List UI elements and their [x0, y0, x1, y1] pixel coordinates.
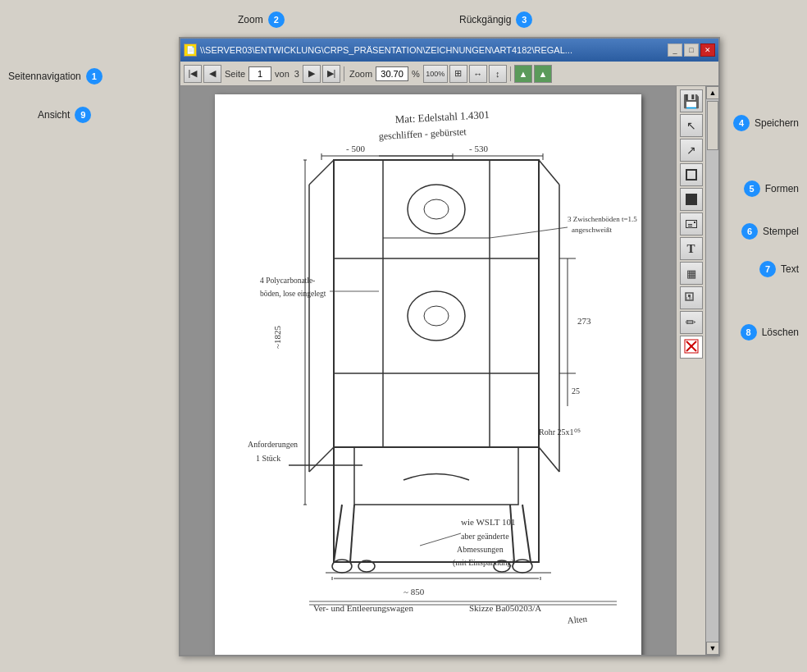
window-controls: _ □ ✕: [668, 43, 715, 57]
maximize-button[interactable]: □: [684, 43, 699, 57]
pen-icon: ✏: [686, 315, 696, 330]
svg-text:1 Stück: 1 Stück: [256, 454, 280, 463]
svg-text:aber geänderte: aber geänderte: [461, 532, 509, 541]
scrollbar-up-button[interactable]: ▲: [706, 86, 718, 99]
filled-rectangle-button[interactable]: [680, 188, 703, 211]
speichern-badge: 4: [733, 115, 750, 131]
scrollbar-thumb[interactable]: [707, 101, 718, 150]
app-window: 📄 \\SERVER03\ENTWICKLUNG\CRPS_PRÄSENTATI…: [179, 37, 720, 656]
page-input[interactable]: [248, 66, 271, 81]
delete-button[interactable]: [680, 336, 703, 359]
close-button[interactable]: ✕: [700, 43, 715, 57]
speichern-callout: 4 Speichern: [733, 115, 799, 131]
table-button[interactable]: ▦: [680, 262, 703, 285]
stempel-label: Stempel: [763, 226, 799, 237]
loeschen-badge: 8: [741, 324, 757, 341]
minimize-button[interactable]: _: [668, 43, 682, 57]
right-toolbar: 💾 ↖ ↗ 🖃 T: [676, 86, 705, 655]
next-page-thumb[interactable]: ▲: [534, 65, 552, 83]
ansicht-label: Ansicht: [38, 109, 70, 121]
seitennavigation-badge: 1: [86, 68, 103, 85]
svg-line-24: [350, 505, 354, 562]
page-label: Seite: [223, 69, 247, 79]
svg-line-32: [309, 160, 334, 185]
scrollbar-down-button[interactable]: ▼: [706, 642, 718, 655]
svg-text:angeschweißt: angeschweißt: [572, 226, 612, 234]
delete-icon: [683, 338, 700, 357]
save-button[interactable]: 💾: [680, 89, 703, 112]
rectangle-button[interactable]: [680, 163, 703, 186]
content-area: Mat: Edelstahl 1.4301 geschliffen - gebü…: [180, 86, 718, 655]
zoom-width-button[interactable]: ↔: [469, 65, 487, 83]
vertical-scrollbar[interactable]: ▲ ▼: [705, 86, 718, 655]
toolbar-separator-1: [344, 66, 344, 81]
svg-text:25: 25: [572, 386, 580, 395]
svg-text:~ 850: ~ 850: [404, 587, 425, 597]
text-label: Text: [781, 263, 799, 275]
svg-text:273: 273: [577, 316, 591, 326]
svg-text:3 Zwischenböden t=1.5: 3 Zwischenböden t=1.5: [568, 215, 637, 223]
svg-text:- 530: - 530: [469, 144, 488, 153]
svg-text:- 500: - 500: [346, 144, 365, 153]
svg-text:~1825: ~1825: [272, 326, 282, 349]
svg-point-17: [408, 185, 465, 234]
svg-line-38: [309, 447, 334, 472]
rueckgaengig-callout-badge: 3: [516, 11, 532, 28]
svg-line-23: [334, 505, 342, 562]
document-view[interactable]: Mat: Edelstahl 1.4301 geschliffen - gebü…: [180, 86, 676, 655]
toolbar-separator-2: [510, 66, 511, 81]
total-pages: 3: [293, 69, 301, 79]
speichern-label: Speichern: [755, 117, 799, 129]
svg-point-20: [424, 306, 449, 326]
zoom-input[interactable]: [376, 66, 408, 81]
seitennavigation-callout: Seitennavigation 1: [8, 68, 103, 85]
ansicht-callout: Ansicht 9: [38, 107, 91, 123]
svg-text:Abmessungen: Abmessungen: [457, 545, 504, 554]
svg-line-33: [539, 160, 559, 185]
loeschen-label: Löschen: [762, 327, 799, 338]
svg-text:wie WSLT 101: wie WSLT 101: [461, 517, 515, 527]
svg-text:(mit Einspannung): (mit Einspannung): [453, 558, 514, 568]
tag-button[interactable]: LB: [680, 286, 703, 309]
svg-line-62: [490, 227, 568, 238]
nav-last-button[interactable]: ▶|: [322, 65, 340, 83]
text-button[interactable]: T: [680, 237, 703, 260]
formen-badge: 5: [744, 181, 760, 197]
zoom-100-button[interactable]: 100%: [423, 65, 448, 83]
annotate-button[interactable]: ↗: [680, 139, 703, 162]
table-icon: ▦: [686, 267, 696, 280]
zoom-label: Zoom: [348, 69, 374, 79]
zoom-fit-button[interactable]: ⊞: [449, 65, 467, 83]
stamp-button[interactable]: 🖃: [680, 213, 703, 235]
svg-text:geschliffen - gebürstet: geschliffen - gebürstet: [378, 126, 467, 142]
zoom-callout-label: Zoom: [238, 14, 263, 25]
main-toolbar: |◀ ◀ Seite von 3 ▶ ▶| Zoom % 100% ⊞ ↔ ↕ …: [180, 62, 718, 86]
document-sketch: Mat: Edelstahl 1.4301 geschliffen - gebü…: [215, 94, 641, 655]
nav-prev-button[interactable]: ◀: [203, 65, 221, 83]
cursor-button[interactable]: ↖: [680, 114, 703, 137]
text-badge: 7: [759, 261, 776, 277]
zoom-callout: Zoom 2: [238, 11, 285, 28]
prev-page-thumb[interactable]: ▲: [514, 65, 532, 83]
rectangle-icon: [686, 169, 697, 181]
svg-point-18: [424, 199, 449, 219]
stempel-badge: 6: [741, 223, 758, 240]
formen-callout: 5 Formen: [744, 181, 799, 197]
scrollbar-track[interactable]: [706, 99, 718, 642]
svg-text:LB: LB: [686, 296, 692, 301]
nav-first-button[interactable]: |◀: [184, 65, 202, 83]
zoom-height-button[interactable]: ↕: [489, 65, 507, 83]
nav-next-button[interactable]: ▶: [303, 65, 321, 83]
svg-rect-22: [354, 447, 518, 505]
ansicht-badge: 9: [75, 107, 91, 123]
text-icon: T: [686, 242, 695, 256]
window-title: \\SERVER03\ENTWICKLUNG\CRPS_PRÄSENTATION…: [200, 45, 664, 55]
pen-button[interactable]: ✏: [680, 311, 703, 334]
svg-text:Alten: Alten: [567, 614, 588, 625]
zoom-percent: %: [410, 69, 422, 79]
svg-line-26: [510, 505, 514, 562]
rueckgaengig-callout: Rückgängig 3: [459, 11, 532, 28]
von-label: von: [273, 69, 291, 79]
svg-text:Anforderungen: Anforderungen: [248, 440, 298, 449]
svg-line-68: [420, 533, 461, 546]
